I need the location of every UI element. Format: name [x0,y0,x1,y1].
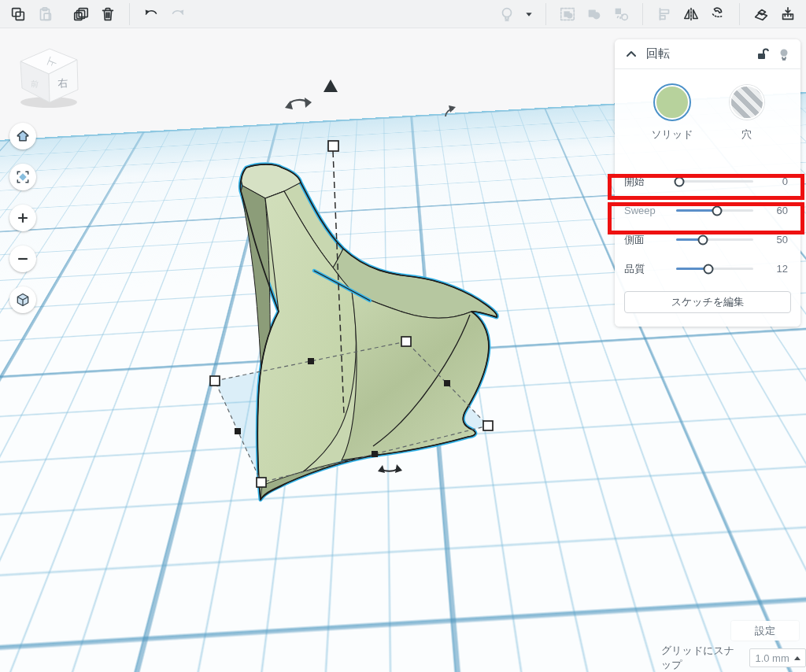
mirror-button[interactable] [678,2,704,26]
fit-view-icon [15,169,31,185]
ungroup-all-button[interactable] [608,2,634,26]
hole-swatch[interactable] [730,85,764,120]
slider-sweep-track[interactable] [676,209,753,212]
ruler-icon [779,6,797,23]
align-button[interactable] [651,2,678,26]
material-hole-option[interactable]: 穴 [730,85,764,142]
align-icon [656,6,673,23]
slider-quality-track[interactable] [676,268,753,270]
slider-start-value: 0 [753,175,791,187]
solid-swatch[interactable] [655,85,690,120]
edit-sketch-button[interactable]: スケッチを編集 [624,291,791,313]
perspective-toggle-button[interactable] [9,286,36,313]
workplane-icon [752,6,770,23]
slider-sweep-row: Sweep 60 [624,196,791,225]
redo-button[interactable] [165,2,191,26]
slider-sides-row: 側面 50 [624,225,791,254]
settings-button[interactable]: 設定 [731,621,799,641]
slider-quality-label: 品質 [624,262,676,276]
zoom-in-button[interactable] [9,205,36,231]
ungroup-icon [586,6,603,23]
slider-row-start: 開始 0 [624,167,791,196]
fit-view-button[interactable] [9,164,36,190]
slider-start-handle[interactable] [674,176,684,186]
solid-label: ソリッド [651,127,693,142]
undo-icon [142,6,160,23]
panel-header: 回転 [615,39,800,69]
view-cube-left-label: 前 [31,79,39,89]
paste-button[interactable] [31,2,58,26]
redo-icon [169,6,187,23]
perspective-cube-icon [15,292,31,308]
bulb-icon [777,47,791,61]
slider-sides-handle[interactable] [698,234,708,245]
lock-button[interactable] [755,47,769,61]
material-solid-option[interactable]: ソリッド [651,85,693,142]
slider-sweep-handle[interactable] [712,205,722,216]
zoom-out-icon [15,251,31,267]
zoom-in-icon [15,210,31,226]
collapse-panel-button[interactable] [624,47,638,61]
paste-icon [36,6,54,23]
delete-button[interactable] [94,2,121,26]
undo-button[interactable] [138,2,165,26]
slider-start-track[interactable] [676,180,753,183]
dropdown-caret-icon [520,6,538,23]
copy-button[interactable] [5,2,31,26]
unlock-icon [755,47,769,61]
magnet-button[interactable] [704,2,731,26]
slider-quality-handle[interactable] [704,264,714,274]
slider-sides-label: 側面 [624,233,676,247]
snap-grid-label: グリッドにスナップ [661,644,743,672]
delete-icon [99,6,116,23]
snap-grid-select[interactable]: 1.0 mm [749,648,806,667]
duplicate-icon [72,6,90,23]
chevron-up-icon [624,47,638,61]
ruler-button[interactable] [775,2,801,26]
zoom-out-button[interactable] [9,246,36,272]
slider-sweep-value: 60 [753,205,791,216]
ungroup-all-icon [612,6,630,23]
top-toolbar [0,0,806,28]
view-cube[interactable]: 上 右 前 [6,39,88,110]
hole-label: 穴 [741,127,752,142]
shape-inspector-panel: 回転 ソリッド 穴 開始 0 Sweep [615,39,800,327]
slider-sides-track[interactable] [676,238,753,241]
snap-grid-value: 1.0 mm [755,652,794,664]
show-all-bulb-icon [498,6,516,23]
panel-title: 回転 [646,46,670,61]
slider-quality-value: 12 [753,263,791,275]
snap-grid-row: グリッドにスナップ 1.0 mm [661,644,806,672]
slider-sides-value: 50 [753,234,791,246]
mirror-icon [682,6,700,23]
view-cube-right-label: 右 [57,77,68,90]
material-options: ソリッド 穴 [615,85,800,142]
duplicate-button[interactable] [68,2,94,26]
workplane-button[interactable] [748,2,775,26]
show-all-button[interactable] [494,2,520,26]
slider-sweep-label: Sweep [624,205,676,216]
slider-start-label: 開始 [624,175,676,189]
magnet-icon [709,6,727,23]
caret-up-icon [794,656,800,660]
show-all-dropdown-button[interactable] [520,2,538,26]
home-icon [15,128,31,144]
ungroup-button[interactable] [581,2,608,26]
group-button[interactable] [554,2,581,26]
view-nav-column [9,123,36,327]
hide-button[interactable] [777,47,791,61]
slider-quality-row: 品質 12 [624,254,791,283]
copy-icon [9,6,27,23]
group-icon [559,6,576,23]
home-view-button[interactable] [9,123,36,150]
slider-list: 開始 0 Sweep 60 側面 50 品質 [615,167,800,283]
